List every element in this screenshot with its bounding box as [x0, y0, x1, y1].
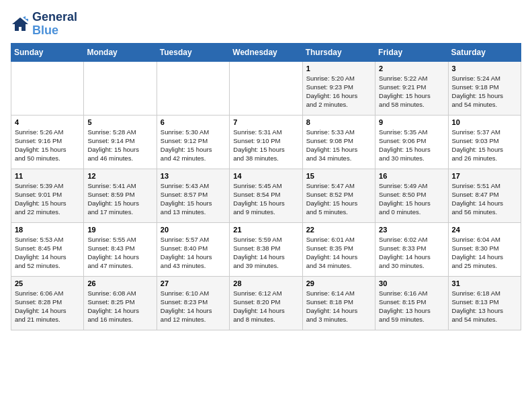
- calendar-cell: 14Sunrise: 5:45 AM Sunset: 8:54 PM Dayli…: [230, 169, 302, 222]
- day-number: 27: [161, 279, 226, 287]
- day-info: Sunrise: 5:22 AM Sunset: 9:21 PM Dayligh…: [379, 74, 444, 109]
- calendar-cell: 17Sunrise: 5:51 AM Sunset: 8:47 PM Dayli…: [448, 169, 521, 222]
- day-info: Sunrise: 5:31 AM Sunset: 9:10 PM Dayligh…: [233, 128, 298, 163]
- calendar-cell: 29Sunrise: 6:14 AM Sunset: 8:18 PM Dayli…: [302, 276, 375, 330]
- day-info: Sunrise: 6:06 AM Sunset: 8:28 PM Dayligh…: [15, 289, 80, 324]
- day-number: 8: [306, 118, 371, 126]
- day-info: Sunrise: 5:57 AM Sunset: 8:40 PM Dayligh…: [161, 235, 226, 271]
- calendar-cell: 1Sunrise: 5:20 AM Sunset: 9:23 PM Daylig…: [302, 61, 375, 115]
- day-number: 22: [306, 226, 371, 234]
- logo: General Blue: [11, 11, 77, 38]
- day-info: Sunrise: 5:49 AM Sunset: 8:50 PM Dayligh…: [379, 181, 444, 217]
- day-info: Sunrise: 6:14 AM Sunset: 8:18 PM Dayligh…: [306, 289, 371, 324]
- calendar-cell: 23Sunrise: 6:02 AM Sunset: 8:33 PM Dayli…: [375, 222, 448, 276]
- calendar-cell: 26Sunrise: 6:08 AM Sunset: 8:25 PM Dayli…: [84, 276, 157, 330]
- col-header-monday: Monday: [84, 43, 157, 61]
- day-number: 10: [452, 118, 517, 126]
- day-number: 20: [161, 226, 226, 234]
- calendar-cell: 28Sunrise: 6:12 AM Sunset: 8:20 PM Dayli…: [230, 276, 302, 330]
- col-header-thursday: Thursday: [302, 43, 375, 61]
- calendar-cell: 27Sunrise: 6:10 AM Sunset: 8:23 PM Dayli…: [157, 276, 229, 330]
- calendar-cell: 24Sunrise: 6:04 AM Sunset: 8:30 PM Dayli…: [448, 222, 521, 276]
- day-number: 11: [15, 172, 80, 180]
- logo-general: General: [32, 11, 77, 24]
- day-number: 14: [233, 172, 298, 180]
- calendar-cell: 12Sunrise: 5:41 AM Sunset: 8:59 PM Dayli…: [84, 169, 157, 222]
- calendar-cell: [84, 61, 157, 115]
- day-info: Sunrise: 5:35 AM Sunset: 9:06 PM Dayligh…: [379, 128, 444, 163]
- day-number: 12: [87, 172, 152, 180]
- calendar-cell: 9Sunrise: 5:35 AM Sunset: 9:06 PM Daylig…: [375, 115, 448, 169]
- day-info: Sunrise: 6:16 AM Sunset: 8:15 PM Dayligh…: [379, 289, 444, 324]
- day-info: Sunrise: 5:47 AM Sunset: 8:52 PM Dayligh…: [306, 181, 371, 217]
- calendar-cell: 10Sunrise: 5:37 AM Sunset: 9:03 PM Dayli…: [448, 115, 521, 169]
- col-header-sunday: Sunday: [11, 43, 84, 61]
- day-info: Sunrise: 5:43 AM Sunset: 8:57 PM Dayligh…: [161, 181, 226, 217]
- day-number: 3: [452, 64, 517, 73]
- col-header-wednesday: Wednesday: [230, 43, 302, 61]
- calendar-cell: 20Sunrise: 5:57 AM Sunset: 8:40 PM Dayli…: [157, 222, 229, 276]
- logo-icon: [11, 15, 30, 34]
- day-number: 31: [452, 279, 517, 287]
- day-number: 29: [306, 279, 371, 287]
- logo-blue: Blue: [32, 24, 77, 38]
- day-info: Sunrise: 5:53 AM Sunset: 8:45 PM Dayligh…: [15, 235, 80, 271]
- calendar-cell: 25Sunrise: 6:06 AM Sunset: 8:28 PM Dayli…: [11, 276, 84, 330]
- calendar-cell: [11, 61, 84, 115]
- day-info: Sunrise: 6:18 AM Sunset: 8:13 PM Dayligh…: [452, 289, 517, 324]
- day-info: Sunrise: 5:30 AM Sunset: 9:12 PM Dayligh…: [161, 128, 226, 163]
- calendar-cell: 3Sunrise: 5:24 AM Sunset: 9:18 PM Daylig…: [448, 61, 521, 115]
- day-number: 16: [379, 172, 444, 180]
- col-header-saturday: Saturday: [448, 43, 521, 61]
- day-info: Sunrise: 6:04 AM Sunset: 8:30 PM Dayligh…: [452, 235, 517, 271]
- calendar-cell: 6Sunrise: 5:30 AM Sunset: 9:12 PM Daylig…: [157, 115, 229, 169]
- day-number: 2: [379, 64, 444, 73]
- day-info: Sunrise: 5:41 AM Sunset: 8:59 PM Dayligh…: [87, 181, 152, 217]
- calendar-cell: 4Sunrise: 5:26 AM Sunset: 9:16 PM Daylig…: [11, 115, 84, 169]
- calendar-cell: [230, 61, 302, 115]
- day-number: 21: [233, 226, 298, 234]
- calendar-cell: 19Sunrise: 5:55 AM Sunset: 8:43 PM Dayli…: [84, 222, 157, 276]
- day-info: Sunrise: 5:55 AM Sunset: 8:43 PM Dayligh…: [87, 235, 152, 271]
- calendar-cell: 8Sunrise: 5:33 AM Sunset: 9:08 PM Daylig…: [302, 115, 375, 169]
- calendar-cell: 5Sunrise: 5:28 AM Sunset: 9:14 PM Daylig…: [84, 115, 157, 169]
- calendar-cell: 21Sunrise: 5:59 AM Sunset: 8:38 PM Dayli…: [230, 222, 302, 276]
- day-number: 4: [15, 118, 80, 126]
- calendar-cell: 13Sunrise: 5:43 AM Sunset: 8:57 PM Dayli…: [157, 169, 229, 222]
- day-number: 28: [233, 279, 298, 287]
- day-info: Sunrise: 5:33 AM Sunset: 9:08 PM Dayligh…: [306, 128, 371, 163]
- day-number: 25: [15, 279, 80, 287]
- calendar-cell: [157, 61, 229, 115]
- day-number: 1: [306, 64, 371, 73]
- day-info: Sunrise: 5:51 AM Sunset: 8:47 PM Dayligh…: [452, 181, 517, 217]
- day-info: Sunrise: 6:08 AM Sunset: 8:25 PM Dayligh…: [87, 289, 152, 324]
- day-info: Sunrise: 5:39 AM Sunset: 9:01 PM Dayligh…: [15, 181, 80, 217]
- day-number: 17: [452, 172, 517, 180]
- calendar-cell: 2Sunrise: 5:22 AM Sunset: 9:21 PM Daylig…: [375, 61, 448, 115]
- day-info: Sunrise: 6:02 AM Sunset: 8:33 PM Dayligh…: [379, 235, 444, 271]
- calendar-cell: 11Sunrise: 5:39 AM Sunset: 9:01 PM Dayli…: [11, 169, 84, 222]
- day-info: Sunrise: 6:01 AM Sunset: 8:35 PM Dayligh…: [306, 235, 371, 271]
- day-number: 13: [161, 172, 226, 180]
- day-number: 19: [87, 226, 152, 234]
- day-number: 24: [452, 226, 517, 234]
- calendar-cell: 22Sunrise: 6:01 AM Sunset: 8:35 PM Dayli…: [302, 222, 375, 276]
- day-info: Sunrise: 6:12 AM Sunset: 8:20 PM Dayligh…: [233, 289, 298, 324]
- day-number: 7: [233, 118, 298, 126]
- calendar-cell: 16Sunrise: 5:49 AM Sunset: 8:50 PM Dayli…: [375, 169, 448, 222]
- day-info: Sunrise: 5:59 AM Sunset: 8:38 PM Dayligh…: [233, 235, 298, 271]
- calendar-cell: 30Sunrise: 6:16 AM Sunset: 8:15 PM Dayli…: [375, 276, 448, 330]
- calendar-cell: 18Sunrise: 5:53 AM Sunset: 8:45 PM Dayli…: [11, 222, 84, 276]
- day-info: Sunrise: 5:26 AM Sunset: 9:16 PM Dayligh…: [15, 128, 80, 163]
- day-info: Sunrise: 6:10 AM Sunset: 8:23 PM Dayligh…: [161, 289, 226, 324]
- day-info: Sunrise: 5:37 AM Sunset: 9:03 PM Dayligh…: [452, 128, 517, 163]
- day-number: 23: [379, 226, 444, 234]
- calendar-cell: 7Sunrise: 5:31 AM Sunset: 9:10 PM Daylig…: [230, 115, 302, 169]
- col-header-friday: Friday: [375, 43, 448, 61]
- day-info: Sunrise: 5:45 AM Sunset: 8:54 PM Dayligh…: [233, 181, 298, 217]
- day-number: 30: [379, 279, 444, 287]
- day-info: Sunrise: 5:24 AM Sunset: 9:18 PM Dayligh…: [452, 74, 517, 109]
- calendar-cell: 31Sunrise: 6:18 AM Sunset: 8:13 PM Dayli…: [448, 276, 521, 330]
- day-number: 5: [87, 118, 152, 126]
- day-info: Sunrise: 5:28 AM Sunset: 9:14 PM Dayligh…: [87, 128, 152, 163]
